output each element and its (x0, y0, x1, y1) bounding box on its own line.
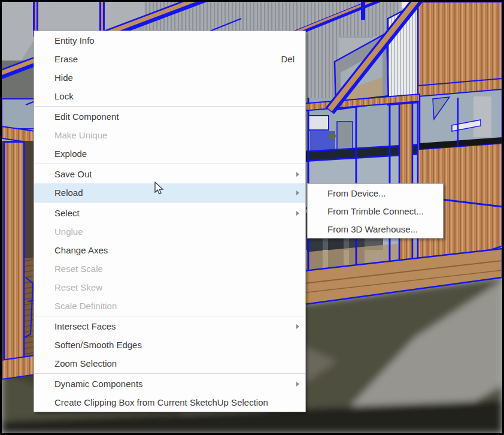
left-wall-structure (2, 99, 35, 379)
menu-item-save-out[interactable]: Save Out (34, 165, 305, 183)
menu-item-change-axes[interactable]: Change Axes (34, 241, 305, 259)
menu-item-label: From Trimble Connect... (327, 206, 424, 216)
menu-item-label: Explode (54, 149, 87, 159)
menu-separator (34, 106, 305, 107)
menu-item-lock[interactable]: Lock (34, 87, 305, 105)
menu-item-make-unique: Make Unique (34, 126, 305, 144)
submenu-arrow-icon (296, 382, 299, 386)
menu-item-label: Entity Info (54, 35, 95, 46)
menu-item-label: Unglue (54, 226, 83, 237)
menu-item-label: Dynamic Components (54, 379, 143, 389)
shortcut-label: Del (281, 54, 300, 64)
menu-item-label: Lock (54, 91, 74, 101)
menu-item-dynamic-components[interactable]: Dynamic Components (34, 374, 305, 393)
menu-item-zoom-selection[interactable]: Zoom Selection (34, 354, 305, 373)
submenu-arrow-icon (296, 211, 299, 216)
menu-item-label: Create Clipping Box from Current SketchU… (54, 397, 268, 407)
menu-item-label: Edit Component (54, 111, 119, 122)
menu-item-create-clipping-box-from-current-sketchup-selection[interactable]: Create Clipping Box from Current SketchU… (34, 393, 305, 412)
menu-item-label: Erase (54, 54, 78, 64)
menu-item-erase[interactable]: EraseDel (34, 50, 305, 68)
submenu-arrow-icon (296, 172, 299, 177)
menu-item-label: Make Unique (54, 130, 107, 140)
menu-item-entity-info[interactable]: Entity Info (34, 31, 305, 50)
mouse-cursor-icon (153, 181, 166, 195)
menu-separator (34, 203, 305, 203)
menu-item-label: Intersect Faces (54, 321, 116, 331)
menu-item-from-trimble-connect[interactable]: From Trimble Connect... (308, 202, 443, 220)
sketchup-viewport-window: Entity InfoEraseDelHideLockEdit Componen… (0, 0, 504, 435)
reload-submenu: From Device...From Trimble Connect...Fro… (307, 183, 444, 238)
menu-item-reload[interactable]: Reload (34, 183, 305, 202)
menu-item-soften-smooth-edges[interactable]: Soften/Smooth Edges (34, 336, 305, 354)
menu-item-from-device[interactable]: From Device... (308, 184, 443, 202)
menu-item-label: Change Axes (54, 245, 108, 255)
menu-item-label: Reload (54, 188, 83, 198)
menu-item-label: Hide (54, 72, 73, 83)
menu-item-label: Reset Skew (54, 282, 102, 292)
menu-item-explode[interactable]: Explode (34, 144, 305, 163)
menu-item-hide[interactable]: Hide (34, 68, 305, 87)
menu-item-label: Reset Scale (54, 264, 103, 274)
menu-separator (34, 164, 305, 164)
menu-item-label: From 3D Warehouse... (327, 224, 418, 234)
menu-item-unglue: Unglue (34, 222, 305, 241)
menu-item-edit-component[interactable]: Edit Component (34, 107, 305, 126)
context-menu: Entity InfoEraseDelHideLockEdit Componen… (34, 31, 306, 412)
menu-item-intersect-faces[interactable]: Intersect Faces (34, 317, 305, 336)
menu-item-from-3d-warehouse[interactable]: From 3D Warehouse... (308, 220, 443, 238)
menu-item-label: Zoom Selection (54, 358, 117, 368)
menu-item-reset-scale: Reset Scale (34, 259, 305, 278)
menu-item-label: From Device... (327, 188, 386, 198)
menu-item-label: Select (54, 208, 80, 218)
menu-item-select[interactable]: Select (34, 204, 305, 222)
menu-item-scale-definition: Scale Definition (34, 297, 305, 315)
menu-item-reset-skew: Reset Skew (34, 278, 305, 297)
submenu-arrow-icon (296, 324, 299, 329)
submenu-arrow-icon (296, 191, 299, 195)
menu-item-label: Soften/Smooth Edges (54, 340, 142, 350)
menu-item-label: Scale Definition (54, 301, 117, 311)
menu-separator (34, 316, 305, 316)
menu-separator (34, 373, 305, 374)
menu-item-label: Save Out (54, 169, 92, 179)
